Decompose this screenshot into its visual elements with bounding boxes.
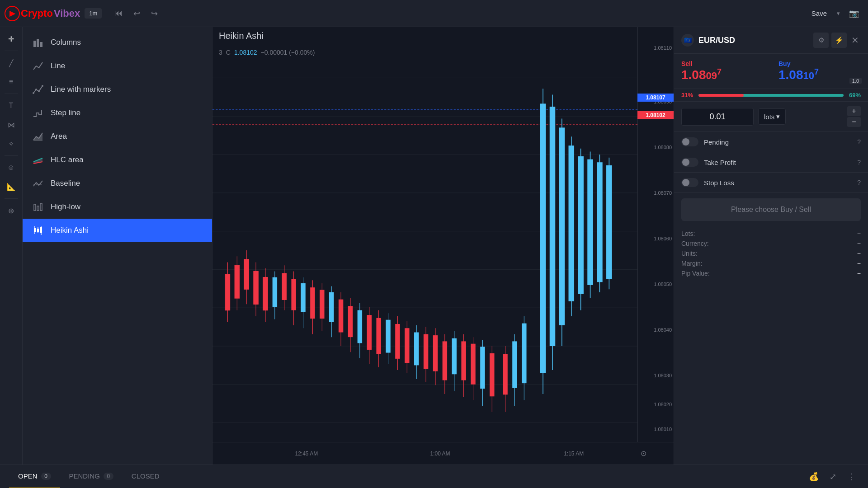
gann-tool[interactable]: ✧ [3, 136, 19, 152]
emoji-tool[interactable]: ☺ [3, 160, 19, 176]
sell-price-sup: 09 [706, 70, 717, 81]
screenshot-button[interactable]: 📷 [844, 6, 863, 21]
save-dropdown-button[interactable]: ▾ [833, 7, 844, 19]
svg-point-6 [42, 85, 43, 87]
price-label-9: 1.08020 [654, 402, 672, 407]
pending-toggle[interactable] [681, 137, 698, 146]
chart-type-heikin-ashi[interactable]: Heikin Ashi [23, 219, 212, 242]
svg-rect-40 [263, 277, 268, 310]
stop-loss-help-icon[interactable]: ? [857, 179, 861, 186]
price-label-7: 1.08040 [654, 327, 672, 333]
chart-type-baseline[interactable]: Baseline [23, 172, 212, 195]
lot-unit-selector[interactable]: lots ▾ [758, 108, 786, 125]
take-profit-toggle-row: Take Profit ? [674, 152, 868, 173]
svg-rect-94 [522, 324, 526, 384]
chart-type-step-line[interactable]: Step line [23, 101, 212, 125]
horizontal-line-tool[interactable]: ≡ [3, 74, 19, 90]
svg-rect-70 [405, 328, 409, 363]
chart-type-line-markers[interactable]: Line with markers [23, 78, 212, 101]
svg-rect-72 [414, 333, 419, 366]
buy-label: Buy [778, 60, 861, 67]
svg-rect-64 [376, 318, 381, 354]
header-actions: ⚙ ⚡ ✕ [813, 33, 861, 48]
hlc-area-label: HLC area [51, 155, 84, 164]
svg-rect-108 [597, 162, 603, 282]
currency-pair: EUR/USD [698, 36, 809, 45]
svg-rect-10 [34, 204, 36, 211]
take-profit-help-icon[interactable]: ? [857, 159, 861, 166]
tool-separator-4 [5, 198, 18, 199]
take-profit-toggle[interactable] [681, 158, 698, 167]
columns-icon [32, 36, 44, 49]
pip-value-value: − [857, 270, 861, 277]
svg-rect-86 [480, 347, 485, 389]
svg-rect-98 [550, 107, 556, 346]
svg-rect-32 [225, 274, 230, 310]
close-panel-button[interactable]: ✕ [849, 33, 861, 47]
tab-pending-label: PENDING [69, 472, 100, 480]
tab-open[interactable]: OPEN 0 [9, 465, 60, 488]
indicators-button[interactable]: ⚡ [831, 33, 847, 48]
redo-button[interactable]: ↪ [147, 7, 161, 20]
line-markers-icon [32, 83, 44, 96]
lots-value: − [857, 230, 861, 237]
lot-input[interactable] [681, 108, 754, 126]
crosshair-mode-icon[interactable]: ⊙ [641, 449, 646, 458]
save-button[interactable]: Save [806, 7, 832, 20]
heikin-ashi-label: Heikin Ashi [51, 226, 89, 235]
sentiment-progress-track [698, 94, 844, 97]
svg-rect-106 [587, 160, 593, 285]
svg-rect-52 [320, 290, 324, 319]
tab-closed[interactable]: CLOSED [123, 465, 169, 488]
tab-pending[interactable]: PENDING 0 [60, 465, 123, 488]
svg-rect-76 [433, 335, 438, 371]
chart-type-columns[interactable]: Columns [23, 31, 212, 54]
crosshair-tool[interactable]: ✛ [3, 31, 19, 47]
units-value: − [857, 250, 861, 257]
buy-sell-row: Sell 1.08097 Buy 1.08107 1.0 [674, 54, 868, 89]
tab-closed-label: CLOSED [132, 472, 160, 480]
pending-help-icon[interactable]: ? [857, 138, 861, 145]
lot-increase-button[interactable]: + [847, 106, 861, 116]
undo-button[interactable]: ↩ [130, 7, 144, 20]
pip-value-stat: Pip Value: − [681, 270, 861, 277]
text-tool[interactable]: T [3, 98, 19, 114]
left-toolbar: ✛ ╱ ≡ T ⋈ ✧ ☺ 📐 ⊕ [0, 27, 23, 465]
margin-stat: Margin: − [681, 260, 861, 267]
chart-type-hlc-area[interactable]: HLC area [23, 148, 212, 172]
sell-price-micro: 7 [717, 67, 722, 76]
trend-line-tool[interactable]: ╱ [3, 55, 19, 71]
back-skip-button[interactable]: ⏮ [111, 7, 126, 20]
stop-loss-toggle[interactable] [681, 178, 698, 187]
svg-rect-66 [386, 320, 390, 353]
chart-type-line[interactable]: Line [23, 54, 212, 78]
svg-rect-2 [40, 42, 42, 47]
chart-type-area[interactable]: Area [23, 125, 212, 148]
tab-open-badge: 0 [41, 473, 51, 480]
svg-rect-46 [291, 279, 296, 310]
buy-sell-cta-button[interactable]: Please choose Buy / Sell [681, 198, 861, 221]
svg-rect-74 [424, 334, 428, 369]
more-options-button[interactable]: ⋮ [844, 469, 859, 484]
buy-box[interactable]: Buy 1.08107 1.0 [771, 54, 868, 89]
node-tool[interactable]: ⋈ [3, 117, 19, 133]
resize-icon-button[interactable]: ⤢ [826, 469, 840, 484]
right-panel: 🇪🇺 EUR/USD ⚙ ⚡ ✕ Sell 1.08097 Buy 1.0810… [674, 27, 868, 465]
settings-button[interactable]: ⚙ [813, 33, 829, 48]
chart-type-high-low[interactable]: High-low [23, 195, 212, 219]
price-label-8: 1.08030 [654, 373, 672, 378]
lot-decrease-button[interactable]: − [847, 117, 861, 127]
candles-svg [212, 59, 637, 442]
wallet-icon-button[interactable]: 💰 [805, 469, 822, 484]
columns-label: Columns [51, 38, 81, 47]
sell-box[interactable]: Sell 1.08097 [674, 54, 771, 89]
area-label: Area [51, 132, 67, 141]
measure-tool[interactable]: 📐 [3, 178, 19, 195]
zoom-tool[interactable]: ⊕ [3, 202, 19, 219]
currency-flag: 🇪🇺 [681, 34, 694, 47]
buy-sentiment-pct: 69% [847, 92, 861, 99]
timeframe-button[interactable]: 1m [85, 8, 102, 19]
units-label: Units: [681, 250, 698, 257]
logo-red: Crypto [21, 8, 53, 19]
chart-title: Heikin Ashi [212, 27, 674, 45]
